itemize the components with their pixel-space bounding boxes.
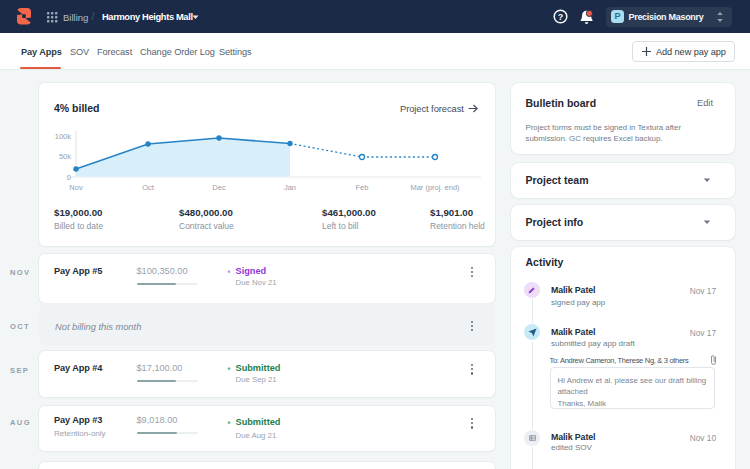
svg-text:100k: 100k bbox=[55, 132, 72, 141]
svg-text:Nov: Nov bbox=[69, 183, 83, 192]
svg-text:Feb: Feb bbox=[356, 183, 369, 192]
svg-text:Oct: Oct bbox=[142, 183, 155, 192]
svg-text:Dec: Dec bbox=[212, 183, 226, 192]
svg-text:0: 0 bbox=[67, 173, 71, 182]
svg-text:Jan: Jan bbox=[284, 183, 296, 192]
svg-text:50k: 50k bbox=[59, 152, 71, 161]
svg-text:?: ? bbox=[558, 12, 564, 22]
svg-text:Mar (proj. end): Mar (proj. end) bbox=[410, 183, 460, 192]
